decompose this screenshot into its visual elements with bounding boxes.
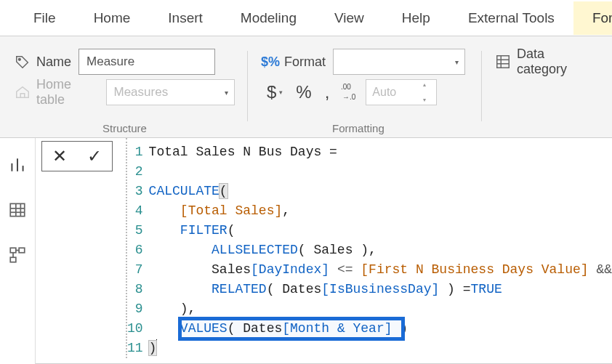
format-icon: $%: [261, 54, 278, 69]
cancel-formula-button[interactable]: ✕: [52, 146, 67, 166]
bar-chart-icon: [8, 155, 27, 174]
chevron-down-icon: ▾: [225, 89, 228, 97]
report-view-button[interactable]: [7, 154, 28, 176]
tab-modeling[interactable]: Modeling: [222, 1, 315, 35]
home-icon: [15, 84, 31, 100]
tab-file[interactable]: File: [15, 1, 75, 35]
name-label: Name: [36, 54, 71, 70]
tab-help[interactable]: Help: [383, 1, 449, 35]
tab-format[interactable]: For: [573, 1, 612, 35]
svg-rect-3: [497, 56, 510, 68]
data-category-label: Data category: [517, 46, 592, 77]
chevron-down-icon: ▾: [455, 58, 459, 66]
decimal-places-button[interactable]: .00 →.0: [337, 82, 364, 102]
ribbon-group-formatting: $% Format ▾ $ ▾ % , .00 →.0 Auto ▴▾: [248, 46, 482, 137]
svg-rect-16: [19, 248, 25, 253]
home-table-select[interactable]: Measures ▾: [106, 79, 235, 105]
tab-external-tools[interactable]: External Tools: [449, 1, 573, 35]
percent-button[interactable]: %: [290, 81, 317, 104]
svg-text:.00: .00: [341, 83, 351, 91]
model-icon: [8, 246, 27, 264]
table-icon: [8, 201, 27, 219]
tab-insert[interactable]: Insert: [149, 1, 222, 35]
svg-rect-17: [10, 257, 16, 262]
left-nav: [0, 138, 36, 364]
text-caret: [156, 339, 157, 354]
ribbon-group-properties: Data category: [482, 46, 612, 137]
model-view-button[interactable]: [7, 244, 28, 266]
group-caption-structure: Structure: [15, 122, 235, 134]
auto-label: Auto: [372, 86, 396, 99]
svg-text:→.0: →.0: [342, 93, 356, 101]
dax-code[interactable]: Total Sales N Bus Days = CALCULATE( [Tot…: [149, 138, 612, 358]
currency-button[interactable]: $ ▾: [261, 81, 289, 104]
decimals-icon: .00 →.0: [341, 82, 360, 102]
thousands-separator-button[interactable]: ,: [319, 81, 336, 104]
ribbon-tabs: File Home Insert Modeling View Help Exte…: [0, 0, 612, 36]
currency-symbol: $: [267, 82, 276, 102]
svg-point-0: [19, 58, 21, 60]
line-gutter: 1234567891011: [127, 138, 149, 358]
svg-rect-15: [10, 248, 16, 253]
home-table-label: Home table: [36, 77, 99, 108]
chevron-down-icon: ▾: [279, 89, 283, 96]
svg-rect-10: [10, 203, 25, 216]
spinner-icon[interactable]: ▴▾: [423, 81, 433, 103]
home-table-value: Measures: [114, 85, 169, 100]
ribbon-body: Name Home table Measures ▾ Structure $% …: [0, 36, 612, 138]
formula-confirm-box: ✕ ✓: [41, 141, 113, 171]
format-select[interactable]: ▾: [333, 49, 465, 75]
decimal-auto-input[interactable]: Auto ▴▾: [366, 79, 437, 105]
dax-editor[interactable]: 1234567891011 Total Sales N Bus Days = C…: [126, 138, 612, 358]
format-label: Format: [284, 54, 326, 70]
tab-home[interactable]: Home: [75, 1, 150, 35]
work-area: ✕ ✓ 1234567891011 Total Sales N Bus Days…: [0, 138, 612, 364]
commit-formula-button[interactable]: ✓: [87, 146, 102, 166]
group-caption-formatting: Formatting: [248, 122, 469, 134]
tag-icon: [15, 54, 31, 70]
data-view-button[interactable]: [7, 199, 28, 221]
ribbon-group-structure: Name Home table Measures ▾ Structure: [15, 46, 248, 137]
formula-editor: ✕ ✓ 1234567891011 Total Sales N Bus Days…: [36, 138, 612, 364]
data-category-icon: [495, 54, 511, 70]
formula-bar: ✕ ✓ 1234567891011 Total Sales N Bus Days…: [36, 138, 612, 364]
name-input[interactable]: [78, 49, 215, 75]
tab-view[interactable]: View: [315, 1, 383, 35]
